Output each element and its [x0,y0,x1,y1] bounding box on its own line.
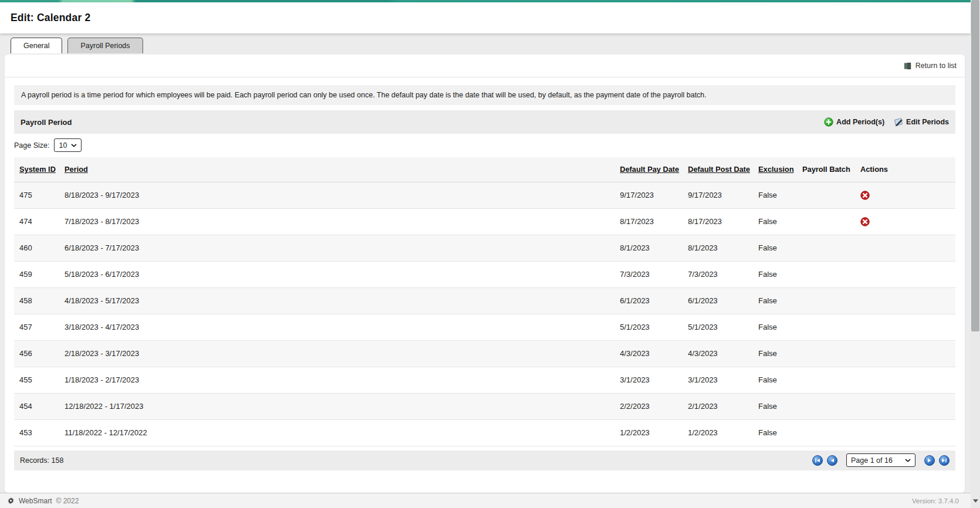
cell-period: 11/18/2022 - 12/17/2022 [59,419,615,446]
col-actions: Actions [855,157,955,182]
table-row: 459 5/18/2023 - 6/17/2023 7/3/2023 7/3/2… [14,261,955,287]
chevron-down-icon [905,459,911,462]
return-row: Return to list [5,55,965,77]
page-select[interactable]: Page 1 of 16 [846,453,915,467]
cell-exclusion: False [753,419,797,446]
cell-system-id: 457 [14,314,59,340]
cell-payroll-batch [797,393,855,419]
cell-post-date: 5/1/2023 [683,314,753,340]
cell-post-date: 9/17/2023 [683,182,753,208]
prev-page-button[interactable] [827,455,837,466]
cell-payroll-batch [797,261,855,287]
col-exclusion[interactable]: Exclusion [753,157,797,182]
table-row: 453 11/18/2022 - 12/17/2022 1/2/2023 1/2… [14,419,955,446]
cell-pay-date: 4/3/2023 [615,340,683,367]
cell-exclusion: False [753,367,797,393]
table-row: 458 4/18/2023 - 5/17/2023 6/1/2023 6/1/2… [14,287,955,314]
cell-period: 5/18/2023 - 6/17/2023 [59,261,615,287]
delete-icon[interactable] [860,217,870,226]
cell-payroll-batch [797,314,855,340]
cell-post-date: 8/17/2023 [683,208,753,235]
cell-actions [855,393,955,419]
table-row: 457 3/18/2023 - 4/17/2023 5/1/2023 5/1/2… [14,314,955,340]
cell-post-date: 6/1/2023 [683,287,753,314]
cell-period: 8/18/2023 - 9/17/2023 [59,182,615,208]
cell-system-id: 453 [14,419,59,446]
delete-icon[interactable] [860,191,870,200]
cell-pay-date: 9/17/2023 [615,182,683,208]
next-page-button[interactable] [924,455,935,466]
cell-pay-date: 5/1/2023 [615,314,683,340]
page-select-value: Page 1 of 16 [851,456,893,465]
col-payroll-batch: Payroll Batch [797,157,855,182]
cell-period: 2/18/2023 - 3/17/2023 [59,340,615,367]
description-text: A payroll period is a time period for wh… [14,85,955,105]
cell-actions [855,261,955,287]
cell-system-id: 474 [14,208,59,235]
tab-payroll-periods[interactable]: Payroll Periods [67,38,143,53]
cell-post-date: 1/2/2023 [683,419,753,446]
cell-pay-date: 1/2/2023 [615,419,683,446]
cell-period: 3/18/2023 - 4/17/2023 [59,314,615,340]
content-panel: Return to list A payroll period is a tim… [5,55,965,493]
cell-period: 7/18/2023 - 8/17/2023 [59,208,615,235]
cell-actions [855,208,955,235]
table-row: 456 2/18/2023 - 3/17/2023 4/3/2023 4/3/2… [14,340,955,367]
cell-post-date: 3/1/2023 [683,367,753,393]
tab-general[interactable]: General [11,38,62,53]
title-bar: Edit: Calendar 2 [0,2,971,33]
section-title: Payroll Period [21,118,72,127]
cell-post-date: 2/1/2023 [683,393,753,419]
add-plus-icon [824,117,833,127]
col-default-post-date[interactable]: Default Post Date [683,157,753,182]
table-row: 474 7/18/2023 - 8/17/2023 8/17/2023 8/17… [14,208,955,235]
cell-payroll-batch [797,235,855,261]
last-page-button[interactable] [939,455,950,466]
pagination-bar: Records: 158 Page 1 of 16 [14,451,955,470]
caret-down-icon [973,499,978,503]
col-period[interactable]: Period [59,157,615,182]
table-header-row: System ID Period Default Pay Date Defaul… [14,157,955,182]
return-to-list-link[interactable]: Return to list [903,62,957,70]
cell-exclusion: False [753,287,797,314]
scrollbar-thumb[interactable] [971,0,979,331]
scrollbar-down-arrow[interactable] [971,496,980,506]
vertical-scrollbar[interactable] [971,0,980,508]
last-page-icon [941,458,947,463]
footer-brand-group: WebSmart © 2022 [7,497,79,505]
table-row: 475 8/18/2023 - 9/17/2023 9/17/2023 9/17… [14,182,955,208]
col-system-id[interactable]: System ID [14,157,59,182]
cell-actions [855,419,955,446]
footer-bar: WebSmart © 2022 Version: 3.7.4.0 [0,493,971,508]
cell-system-id: 456 [14,340,59,367]
cell-payroll-batch [797,182,855,208]
cell-actions [855,314,955,340]
cell-actions [855,287,955,314]
next-page-icon [927,458,932,463]
payroll-periods-table: System ID Period Default Pay Date Defaul… [14,157,955,446]
cell-pay-date: 2/2/2023 [615,393,683,419]
table-row: 454 12/18/2022 - 1/17/2023 2/2/2023 2/1/… [14,393,955,419]
cell-pay-date: 3/1/2023 [615,367,683,393]
cell-actions [855,367,955,393]
cell-pay-date: 8/1/2023 [615,235,683,261]
cell-exclusion: False [753,393,797,419]
cell-payroll-batch [797,287,855,314]
edit-periods-button[interactable]: Edit Periods [894,117,949,127]
cell-payroll-batch [797,367,855,393]
page-size-select[interactable]: 10 [54,138,82,152]
cell-payroll-batch [797,419,855,446]
page-size-label: Page Size: [14,141,49,150]
cell-payroll-batch [797,208,855,235]
first-page-icon [815,458,820,463]
cell-actions [855,182,955,208]
first-page-button[interactable] [812,455,823,466]
gear-icon [7,497,15,504]
pager-controls: Page 1 of 16 [812,453,950,467]
cell-post-date: 7/3/2023 [683,261,753,287]
col-default-pay-date[interactable]: Default Pay Date [615,157,683,182]
cell-post-date: 4/3/2023 [683,340,753,367]
add-periods-button[interactable]: Add Period(s) [824,117,884,127]
cell-exclusion: False [753,261,797,287]
cell-exclusion: False [753,235,797,261]
